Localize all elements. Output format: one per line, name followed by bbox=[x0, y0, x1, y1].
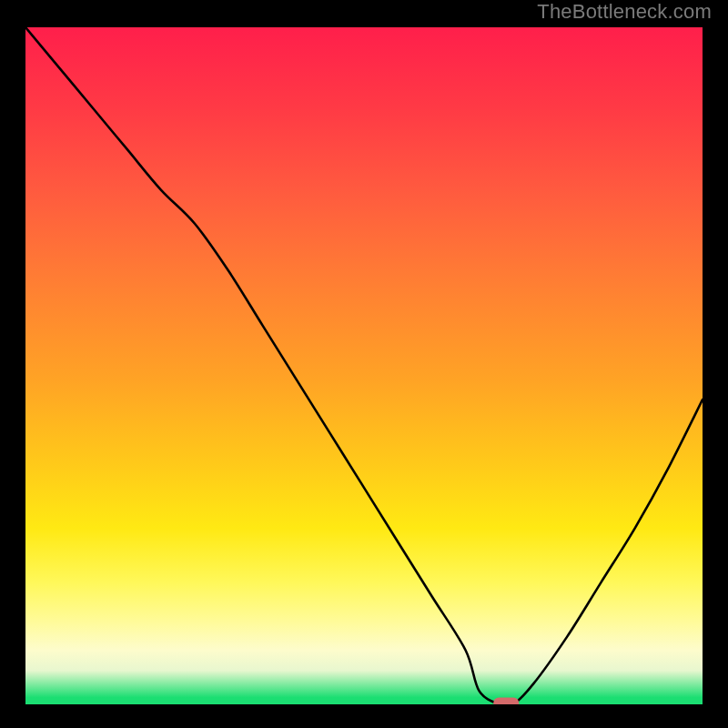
plot-background bbox=[25, 27, 703, 704]
watermark-text: TheBottleneck.com bbox=[537, 0, 712, 24]
